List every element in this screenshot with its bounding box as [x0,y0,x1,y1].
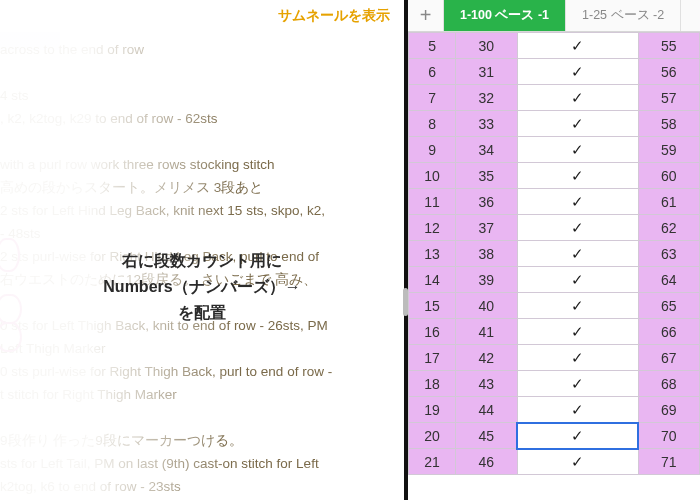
table-row[interactable]: 214671 [409,449,700,475]
table-row[interactable]: 63156 [409,59,700,85]
cell-value[interactable]: 5 [409,33,456,59]
cell-value[interactable]: 37 [456,215,517,241]
table-row[interactable]: 123762 [409,215,700,241]
cell-value[interactable]: 40 [456,293,517,319]
table-row[interactable]: 53055 [409,33,700,59]
spreadsheet[interactable]: 5305563156732578335893459103560113661123… [408,32,700,500]
cell-value[interactable]: 35 [456,163,517,189]
cell-check[interactable] [517,397,638,423]
cell-value[interactable]: 55 [638,33,700,59]
table-row[interactable]: 83358 [409,111,700,137]
table-row[interactable]: 164166 [409,319,700,345]
cell-value[interactable]: 6 [409,59,456,85]
cell-check[interactable] [517,345,638,371]
cell-check[interactable] [517,163,638,189]
cell-check[interactable] [517,189,638,215]
cell-value[interactable]: 70 [638,423,700,449]
cell-value[interactable]: 41 [456,319,517,345]
cell-value[interactable]: 67 [638,345,700,371]
pattern-line [0,62,394,84]
pattern-line [0,131,394,153]
cell-check[interactable] [517,59,638,85]
cell-value[interactable]: 20 [409,423,456,449]
cell-value[interactable]: 68 [638,371,700,397]
cell-check[interactable] [517,293,638,319]
table-row[interactable]: 113661 [409,189,700,215]
cell-value[interactable]: 64 [638,267,700,293]
cell-check[interactable] [517,241,638,267]
checkmark-icon [571,350,584,366]
cell-value[interactable]: 17 [409,345,456,371]
cell-value[interactable]: 9 [409,137,456,163]
cell-value[interactable]: 30 [456,33,517,59]
checkmark-icon [571,402,584,418]
cell-value[interactable]: 42 [456,345,517,371]
table-row[interactable]: 133863 [409,241,700,267]
cell-value[interactable]: 44 [456,397,517,423]
cell-check[interactable] [517,267,638,293]
cell-check[interactable] [517,423,638,449]
cell-value[interactable]: 32 [456,85,517,111]
cell-value[interactable]: 10 [409,163,456,189]
sheet-tab-2[interactable]: 1-25 ベース -2 [566,0,681,31]
cell-value[interactable]: 63 [638,241,700,267]
table-row[interactable]: 194469 [409,397,700,423]
cell-check[interactable] [517,33,638,59]
cell-value[interactable]: 65 [638,293,700,319]
cell-value[interactable]: 59 [638,137,700,163]
cell-value[interactable]: 21 [409,449,456,475]
table-row[interactable]: 204570 [409,423,700,449]
add-sheet-button[interactable]: + [408,0,444,31]
table-row[interactable]: 184368 [409,371,700,397]
pattern-line: 9段作り 作った9段にマーカーつける。 [0,430,394,452]
cell-value[interactable]: 62 [638,215,700,241]
cell-value[interactable]: 14 [409,267,456,293]
cell-value[interactable]: 7 [409,85,456,111]
cell-value[interactable]: 45 [456,423,517,449]
cell-value[interactable]: 36 [456,189,517,215]
cell-value[interactable]: 18 [409,371,456,397]
cell-value[interactable]: 8 [409,111,456,137]
table-row[interactable]: 73257 [409,85,700,111]
cell-value[interactable]: 16 [409,319,456,345]
cell-value[interactable]: 39 [456,267,517,293]
cell-value[interactable]: 58 [638,111,700,137]
cell-check[interactable] [517,111,638,137]
cell-value[interactable]: 15 [409,293,456,319]
cell-value[interactable]: 12 [409,215,456,241]
pattern-line: 高めの段からスタート。メリメス 3段あと [0,177,394,199]
cell-value[interactable]: 56 [638,59,700,85]
table-row[interactable]: 93459 [409,137,700,163]
cell-check[interactable] [517,85,638,111]
show-thumbnails-button[interactable]: サムネールを表示 [278,7,390,25]
cell-check[interactable] [517,137,638,163]
cell-value[interactable]: 60 [638,163,700,189]
cell-check[interactable] [517,215,638,241]
cell-value[interactable]: 66 [638,319,700,345]
cell-value[interactable]: 71 [638,449,700,475]
cell-value[interactable]: 38 [456,241,517,267]
cell-value[interactable]: 33 [456,111,517,137]
overlay-line: Numbers（ナンバーズ）→ [0,274,404,300]
cell-value[interactable]: 61 [638,189,700,215]
cell-value[interactable]: 46 [456,449,517,475]
cell-check[interactable] [517,319,638,345]
table-row[interactable]: 154065 [409,293,700,319]
table-row[interactable]: 143964 [409,267,700,293]
cell-value[interactable]: 34 [456,137,517,163]
annotation-circle [0,322,22,352]
table[interactable]: 5305563156732578335893459103560113661123… [408,32,700,475]
table-row[interactable]: 103560 [409,163,700,189]
sheet-tab-1[interactable]: 1-100 ベース -1 [444,0,566,31]
cell-value[interactable]: 31 [456,59,517,85]
cell-value[interactable]: 57 [638,85,700,111]
cell-value[interactable]: 19 [409,397,456,423]
cell-check[interactable] [517,449,638,475]
cell-value[interactable]: 69 [638,397,700,423]
checkmark-icon [571,194,584,210]
cell-check[interactable] [517,371,638,397]
table-row[interactable]: 174267 [409,345,700,371]
cell-value[interactable]: 43 [456,371,517,397]
cell-value[interactable]: 11 [409,189,456,215]
cell-value[interactable]: 13 [409,241,456,267]
